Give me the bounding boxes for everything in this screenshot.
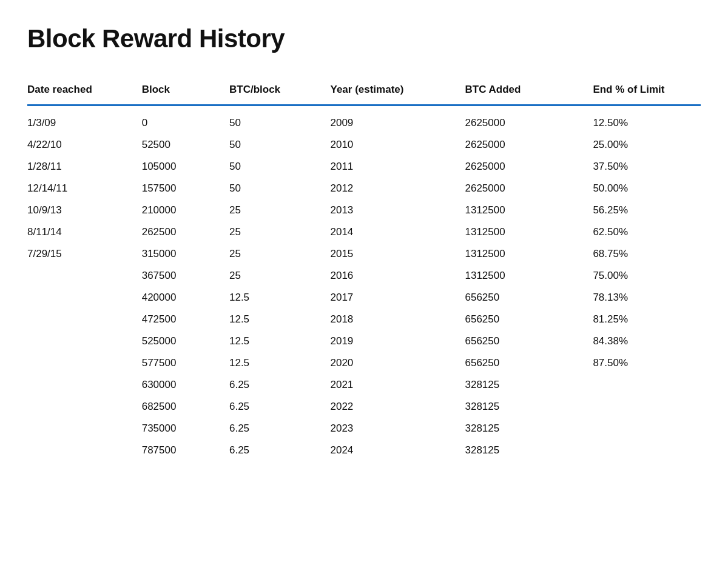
table-row: 6825006.252022328125 (27, 396, 701, 418)
cell-endpct: 68.75% (593, 243, 701, 265)
cell-btcblock: 25 (229, 265, 331, 287)
cell-block: 472500 (142, 309, 229, 330)
table-row: 7/29/15315000252015131250068.75% (27, 243, 701, 265)
cell-year: 2019 (330, 330, 465, 352)
cell-block: 0 (142, 105, 229, 135)
cell-year: 2017 (330, 287, 465, 309)
cell-block: 787500 (142, 439, 229, 461)
table-row: 4/22/1052500502010262500025.00% (27, 134, 701, 156)
cell-btcblock: 6.25 (229, 374, 331, 396)
cell-btcblock: 6.25 (229, 418, 331, 439)
cell-date: 10/9/13 (27, 199, 142, 221)
table-row: 1/3/090502009262500012.50% (27, 105, 701, 135)
cell-block: 630000 (142, 374, 229, 396)
cell-endpct (593, 418, 701, 439)
cell-endpct: 12.50% (593, 105, 701, 135)
cell-endpct: 81.25% (593, 309, 701, 330)
cell-btcadded: 1312500 (465, 265, 593, 287)
cell-endpct: 37.50% (593, 156, 701, 178)
cell-date: 8/11/14 (27, 221, 142, 243)
col-header-year: Year (estimate) (330, 78, 465, 105)
cell-btcblock: 12.5 (229, 287, 331, 309)
cell-endpct: 87.50% (593, 352, 701, 374)
table-row: 8/11/14262500252014131250062.50% (27, 221, 701, 243)
cell-btcadded: 1312500 (465, 199, 593, 221)
cell-year: 2016 (330, 265, 465, 287)
table-row: 6300006.252021328125 (27, 374, 701, 396)
table-row: 52500012.5201965625084.38% (27, 330, 701, 352)
cell-endpct: 78.13% (593, 287, 701, 309)
page-title: Block Reward History (27, 24, 701, 53)
cell-btcadded: 1312500 (465, 221, 593, 243)
cell-year: 2020 (330, 352, 465, 374)
cell-endpct: 75.00% (593, 265, 701, 287)
cell-date (27, 374, 142, 396)
cell-btcadded: 1312500 (465, 243, 593, 265)
cell-btcblock: 25 (229, 221, 331, 243)
cell-block: 525000 (142, 330, 229, 352)
cell-year: 2024 (330, 439, 465, 461)
cell-btcadded: 328125 (465, 439, 593, 461)
cell-btcblock: 25 (229, 199, 331, 221)
cell-date (27, 352, 142, 374)
table-row: 57750012.5202065625087.50% (27, 352, 701, 374)
cell-btcblock: 6.25 (229, 396, 331, 418)
cell-block: 52500 (142, 134, 229, 156)
col-header-btcadded: BTC Added (465, 78, 593, 105)
col-header-block: Block (142, 78, 229, 105)
table-row: 1/28/11105000502011262500037.50% (27, 156, 701, 178)
cell-block: 157500 (142, 178, 229, 199)
col-header-endpct: End % of Limit (593, 78, 701, 105)
cell-date (27, 396, 142, 418)
cell-endpct: 84.38% (593, 330, 701, 352)
cell-btcadded: 2625000 (465, 178, 593, 199)
cell-btcadded: 656250 (465, 287, 593, 309)
cell-btcadded: 2625000 (465, 134, 593, 156)
cell-block: 420000 (142, 287, 229, 309)
cell-btcblock: 25 (229, 243, 331, 265)
cell-date (27, 418, 142, 439)
cell-year: 2012 (330, 178, 465, 199)
cell-year: 2014 (330, 221, 465, 243)
table-row: 7875006.252024328125 (27, 439, 701, 461)
cell-endpct: 25.00% (593, 134, 701, 156)
cell-date: 12/14/11 (27, 178, 142, 199)
cell-year: 2011 (330, 156, 465, 178)
table-row: 42000012.5201765625078.13% (27, 287, 701, 309)
cell-btcblock: 12.5 (229, 330, 331, 352)
cell-btcadded: 656250 (465, 330, 593, 352)
cell-date (27, 287, 142, 309)
cell-year: 2010 (330, 134, 465, 156)
cell-endpct (593, 396, 701, 418)
cell-btcblock: 12.5 (229, 352, 331, 374)
cell-btcadded: 328125 (465, 396, 593, 418)
table-row: 47250012.5201865625081.25% (27, 309, 701, 330)
cell-year: 2021 (330, 374, 465, 396)
cell-btcblock: 6.25 (229, 439, 331, 461)
cell-endpct: 50.00% (593, 178, 701, 199)
cell-date: 1/3/09 (27, 105, 142, 135)
cell-date (27, 309, 142, 330)
cell-date: 4/22/10 (27, 134, 142, 156)
cell-btcblock: 50 (229, 134, 331, 156)
table-row: 10/9/13210000252013131250056.25% (27, 199, 701, 221)
cell-btcblock: 50 (229, 156, 331, 178)
cell-year: 2022 (330, 396, 465, 418)
col-header-date: Date reached (27, 78, 142, 105)
cell-endpct (593, 439, 701, 461)
table-header-row: Date reached Block BTC/block Year (estim… (27, 78, 701, 105)
table-row: 7350006.252023328125 (27, 418, 701, 439)
cell-date (27, 265, 142, 287)
cell-block: 682500 (142, 396, 229, 418)
cell-block: 210000 (142, 199, 229, 221)
cell-block: 315000 (142, 243, 229, 265)
table-row: 367500252016131250075.00% (27, 265, 701, 287)
col-header-btcblock: BTC/block (229, 78, 331, 105)
cell-endpct: 62.50% (593, 221, 701, 243)
cell-year: 2013 (330, 199, 465, 221)
cell-block: 105000 (142, 156, 229, 178)
cell-year: 2009 (330, 105, 465, 135)
cell-date (27, 330, 142, 352)
cell-btcadded: 2625000 (465, 105, 593, 135)
cell-block: 367500 (142, 265, 229, 287)
